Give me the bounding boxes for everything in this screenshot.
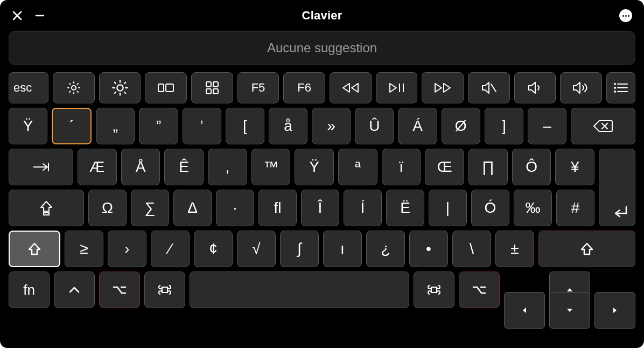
key-middle-dot[interactable]: · [216,190,254,226]
key-single-guillemet-right[interactable]: › [108,231,146,267]
key-list-menu[interactable] [606,72,635,103]
key-fl-ligature[interactable]: ﬂ [258,190,297,226]
key-acute-accent[interactable]: ´ [52,108,92,144]
key-fn[interactable]: fn [9,272,50,308]
key-right-single-quote[interactable]: ’ [183,108,221,144]
key-volume-up[interactable] [560,72,602,103]
key-double-low-quote[interactable]: „ [96,108,135,144]
key-o-acute[interactable]: Ó [471,190,509,226]
row-numbers: Ÿ ´ „ ” ’ [ å » Û Á Ø ] – [9,108,635,144]
key-launchpad[interactable] [191,72,233,103]
row-qwerty-top: Æ Å Ê ‚ ™ Ÿ ª ï Œ ∏ Ô ¥ [9,149,635,185]
key-guillemet-right[interactable]: » [312,108,351,144]
key-a-ring[interactable]: å [269,108,307,144]
row-modifiers: fn [9,272,635,308]
key-right-double-quote[interactable]: ” [139,108,178,144]
key-single-low-quote[interactable]: ‚ [208,149,247,185]
key-o-stroke[interactable]: Ø [442,108,480,144]
minimize-button[interactable] [34,10,45,21]
key-i-acute[interactable]: Í [344,190,382,226]
key-shift-right[interactable] [538,231,635,267]
key-u-circumflex[interactable]: Û [355,108,394,144]
key-omega[interactable]: Ω [88,190,127,226]
key-mute[interactable] [468,72,510,103]
key-backslash[interactable]: \ [452,231,491,267]
key-f5[interactable]: F5 [237,72,279,103]
key-brightness-up[interactable] [99,72,141,103]
key-space[interactable] [190,272,409,308]
key-a-acute[interactable]: Á [398,108,437,144]
close-button[interactable] [12,10,23,21]
key-return[interactable] [599,149,635,226]
row-qwerty-bottom: ≥ › ⁄ ¢ √ ∫ ı ¿ • \ ± [9,231,635,267]
key-e-circumflex[interactable]: Ê [164,149,204,185]
key-a-ring-upper[interactable]: Å [121,149,160,185]
svg-point-31 [614,91,615,92]
key-control[interactable] [54,272,95,308]
window-title: Clavier [302,9,342,23]
keyboard-viewer-window: Clavier Aucune suggestion esc F5 [0,0,644,348]
key-e-diaeresis[interactable]: Ë [386,190,424,226]
key-caps-lock[interactable] [9,190,84,226]
svg-rect-21 [213,82,218,87]
key-fraction-slash[interactable]: ⁄ [151,231,190,267]
svg-rect-23 [213,89,218,94]
key-inverted-question[interactable]: ¿ [366,231,405,267]
key-right-bracket[interactable]: ] [485,108,523,144]
key-mission-control[interactable] [145,72,187,103]
svg-line-7 [69,92,71,93]
key-volume-down[interactable] [514,72,556,103]
svg-rect-19 [166,84,173,92]
key-greater-equal[interactable]: ≥ [65,231,103,267]
key-sigma-sum[interactable]: ∑ [131,190,169,226]
key-i-circumflex[interactable]: Î [301,190,339,226]
key-y-diaeresis-2[interactable]: Ÿ [295,149,334,185]
key-arrow-down[interactable] [549,292,590,329]
key-dotless-i[interactable]: ı [323,231,362,267]
key-option-right[interactable] [459,272,500,308]
key-option-left[interactable] [99,272,140,308]
more-options-button[interactable] [619,9,632,22]
key-bullet[interactable]: • [409,231,448,267]
key-i-diaeresis[interactable]: ï [382,149,421,185]
key-brightness-down[interactable] [53,72,95,103]
svg-point-27 [614,83,615,85]
key-command-right[interactable] [414,272,454,308]
key-left-bracket[interactable]: [ [226,108,264,144]
key-play-pause[interactable] [376,72,418,103]
svg-line-26 [491,84,496,92]
key-en-dash[interactable]: – [528,108,566,144]
svg-line-6 [77,92,78,93]
key-oe[interactable]: Œ [425,149,464,185]
key-square-root[interactable]: √ [237,231,276,267]
key-yen[interactable]: ¥ [555,149,594,185]
key-f6[interactable]: F6 [283,72,325,103]
key-plus-minus[interactable]: ± [495,231,534,267]
key-rewind[interactable] [330,72,372,103]
key-vertical-bar[interactable]: | [429,190,467,226]
key-y-diaeresis[interactable]: Ÿ [9,108,47,144]
key-tab[interactable] [9,149,73,185]
key-backspace[interactable] [571,108,635,144]
key-shift-left[interactable] [9,231,60,267]
key-esc[interactable]: esc [9,72,48,103]
key-feminine-ordinal[interactable]: ª [338,149,377,185]
row-qwerty-home: Ω ∑ ∆ · ﬂ Î Í Ë | Ó ‰ # [9,190,635,226]
key-integral[interactable]: ∫ [280,231,319,267]
key-fast-forward[interactable] [422,72,464,103]
titlebar: Clavier [9,8,635,24]
svg-line-5 [69,83,71,85]
key-command-left[interactable] [144,272,185,308]
key-arrow-right[interactable] [594,292,635,329]
key-cent[interactable]: ¢ [194,231,233,267]
svg-rect-20 [206,82,211,87]
key-pi-product[interactable]: ∏ [468,149,508,185]
svg-rect-22 [206,89,211,94]
key-per-mille[interactable]: ‰ [514,190,552,226]
key-delta[interactable]: ∆ [173,190,212,226]
key-hash[interactable]: # [556,190,594,226]
key-arrow-left[interactable] [504,292,545,329]
key-ae[interactable]: Æ [78,149,117,185]
key-o-circumflex[interactable]: Ô [512,149,551,185]
key-trademark[interactable]: ™ [251,149,291,185]
